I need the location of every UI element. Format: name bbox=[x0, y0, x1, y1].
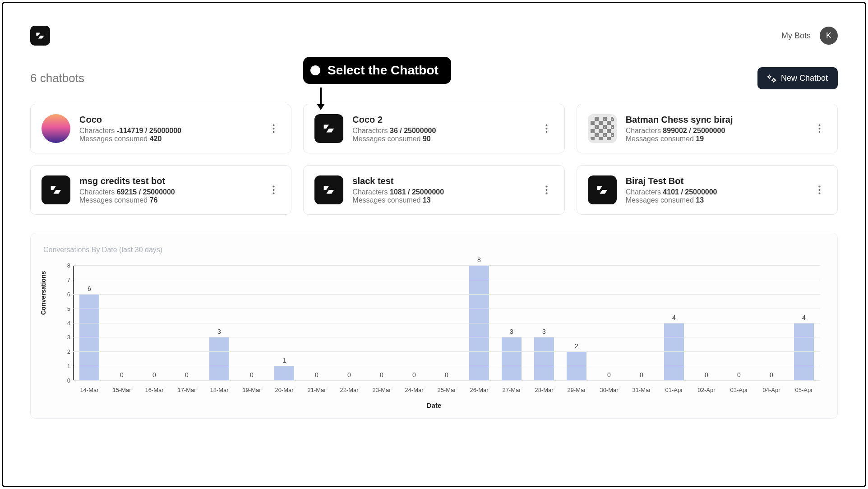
svg-point-1 bbox=[272, 128, 274, 129]
sparkle-icon bbox=[767, 74, 776, 83]
svg-marker-19 bbox=[317, 104, 325, 110]
x-tick: 31-Mar bbox=[625, 387, 658, 393]
logo-icon bbox=[48, 182, 64, 198]
chatbot-card[interactable]: msg credits test bot Characters 69215 / … bbox=[30, 165, 291, 215]
new-chatbot-label: New Chatbot bbox=[781, 74, 828, 83]
bot-name: Coco bbox=[79, 115, 258, 125]
bot-icon bbox=[314, 114, 343, 143]
bot-messages: Messages consumed 90 bbox=[352, 135, 531, 143]
bar-value-label: 6 bbox=[88, 285, 91, 292]
bar-value-label: 0 bbox=[640, 371, 643, 378]
user-avatar[interactable]: K bbox=[820, 27, 838, 45]
svg-point-2 bbox=[272, 131, 274, 133]
bot-messages: Messages consumed 76 bbox=[79, 196, 258, 204]
bar-value-label: 0 bbox=[347, 371, 351, 378]
card-menu-button[interactable] bbox=[540, 181, 554, 199]
y-tick: 1 bbox=[60, 363, 70, 369]
new-chatbot-button[interactable]: New Chatbot bbox=[757, 67, 838, 89]
bar-value-label: 3 bbox=[510, 328, 513, 335]
bar-value-label: 0 bbox=[120, 371, 124, 378]
chatbot-grid: Coco Characters -114719 / 25000000 Messa… bbox=[30, 104, 838, 215]
svg-point-6 bbox=[819, 125, 821, 126]
bot-name: Biraj Test Bot bbox=[626, 176, 804, 186]
x-axis-label: Date bbox=[43, 401, 825, 409]
x-tick: 21-Mar bbox=[300, 387, 333, 393]
logo-icon bbox=[595, 182, 610, 198]
x-tick: 29-Mar bbox=[560, 387, 593, 393]
bot-name: Batman Chess sync biraj bbox=[626, 115, 804, 125]
bar-value-label: 8 bbox=[477, 256, 481, 263]
chart-panel: Conversations By Date (last 30 days) Con… bbox=[30, 233, 838, 419]
bar-value-label: 0 bbox=[770, 371, 773, 378]
chatbot-card[interactable]: slack test Characters 1081 / 25000000 Me… bbox=[303, 165, 564, 215]
page-title: 6 chatbots bbox=[30, 71, 84, 85]
card-menu-button[interactable] bbox=[540, 120, 554, 138]
bot-messages: Messages consumed 19 bbox=[626, 135, 804, 143]
svg-point-5 bbox=[546, 131, 548, 133]
bar-value-label: 4 bbox=[672, 314, 676, 321]
chart-title-sub: (last 30 days) bbox=[119, 246, 162, 254]
bar-value-label: 3 bbox=[542, 328, 546, 335]
dots-vertical-icon bbox=[818, 124, 821, 133]
bar-value-label: 0 bbox=[445, 371, 448, 378]
card-menu-button[interactable] bbox=[267, 181, 280, 199]
chatbot-card[interactable]: Batman Chess sync biraj Characters 89900… bbox=[577, 104, 838, 153]
x-tick: 30-Mar bbox=[593, 387, 625, 393]
tutorial-callout: Select the Chatbot bbox=[303, 57, 451, 84]
card-menu-button[interactable] bbox=[813, 181, 826, 199]
y-tick: 7 bbox=[60, 276, 70, 283]
svg-point-3 bbox=[546, 125, 548, 126]
bar bbox=[502, 337, 522, 380]
bot-messages: Messages consumed 13 bbox=[626, 196, 804, 204]
svg-point-13 bbox=[546, 189, 548, 191]
bar-value-label: 0 bbox=[737, 371, 741, 378]
x-tick: 23-Mar bbox=[365, 387, 398, 393]
svg-point-14 bbox=[546, 193, 548, 194]
x-tick: 22-Mar bbox=[333, 387, 365, 393]
bot-characters: Characters 69215 / 25000000 bbox=[79, 188, 258, 196]
bot-name: msg credits test bot bbox=[79, 176, 258, 186]
bar bbox=[209, 337, 230, 380]
card-menu-button[interactable] bbox=[813, 120, 826, 138]
bar-value-label: 0 bbox=[705, 371, 708, 378]
bar-value-label: 0 bbox=[250, 371, 254, 378]
svg-point-9 bbox=[272, 186, 274, 188]
y-tick: 0 bbox=[60, 377, 70, 384]
chatbot-card[interactable]: Coco Characters -114719 / 25000000 Messa… bbox=[30, 104, 291, 153]
bar-value-label: 0 bbox=[152, 371, 156, 378]
bar-value-label: 1 bbox=[282, 357, 286, 364]
logo-icon bbox=[321, 182, 337, 198]
dots-vertical-icon bbox=[272, 185, 275, 194]
chatbot-card[interactable]: Biraj Test Bot Characters 4101 / 2500000… bbox=[577, 165, 838, 215]
dots-vertical-icon bbox=[272, 124, 275, 133]
x-tick: 20-Mar bbox=[268, 387, 300, 393]
bot-characters: Characters 899002 / 25000000 bbox=[626, 127, 804, 135]
my-bots-link[interactable]: My Bots bbox=[781, 31, 811, 41]
bot-icon bbox=[588, 175, 617, 204]
app-logo[interactable] bbox=[30, 26, 50, 46]
svg-point-12 bbox=[546, 186, 548, 188]
bar-value-label: 0 bbox=[607, 371, 611, 378]
x-tick: 14-Mar bbox=[73, 387, 106, 393]
svg-point-11 bbox=[272, 193, 274, 194]
chart-title-main: Conversations By Date bbox=[43, 246, 119, 254]
svg-point-0 bbox=[272, 125, 274, 126]
bar-value-label: 0 bbox=[185, 371, 189, 378]
x-tick: 27-Mar bbox=[495, 387, 528, 393]
bot-icon bbox=[42, 175, 70, 204]
x-tick: 19-Mar bbox=[235, 387, 268, 393]
y-tick: 3 bbox=[60, 334, 70, 341]
bot-characters: Characters 36 / 25000000 bbox=[352, 127, 531, 135]
x-tick: 26-Mar bbox=[463, 387, 495, 393]
svg-point-16 bbox=[819, 189, 821, 191]
callout-arrow-icon bbox=[314, 88, 328, 110]
x-tick: 25-Mar bbox=[430, 387, 463, 393]
bot-name: Coco 2 bbox=[352, 115, 531, 125]
chatbot-card[interactable]: Coco 2 Characters 36 / 25000000 Messages… bbox=[303, 104, 564, 153]
y-axis-label: Conversations bbox=[40, 271, 47, 315]
logo-icon bbox=[321, 121, 337, 136]
bar-value-label: 0 bbox=[412, 371, 416, 378]
bot-name: slack test bbox=[352, 176, 531, 186]
bot-characters: Characters 1081 / 25000000 bbox=[352, 188, 531, 196]
card-menu-button[interactable] bbox=[267, 120, 280, 138]
